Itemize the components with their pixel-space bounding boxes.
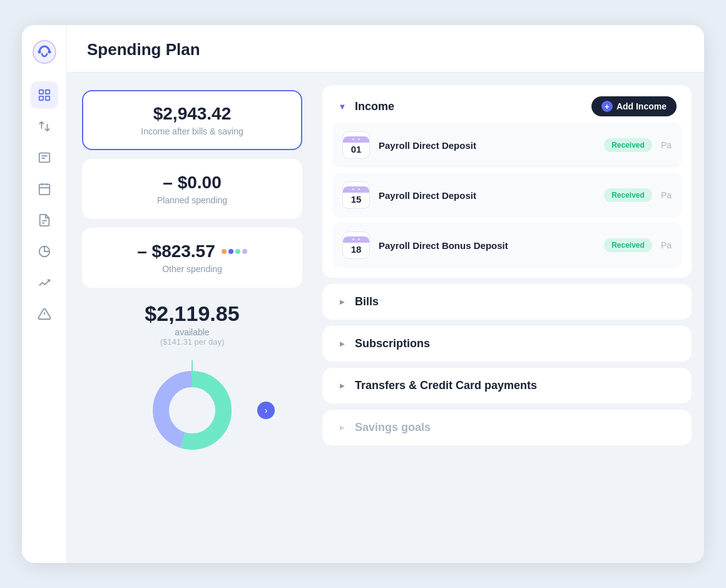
bills-section-title: Bills: [355, 295, 677, 308]
svg-rect-10: [39, 185, 49, 195]
income-item-extra: Pa: [661, 190, 672, 200]
savings-section-header[interactable]: ► Savings goals: [322, 410, 692, 445]
bills-chevron-icon: ►: [337, 297, 347, 307]
available-section: $2,119.85 available ($141.31 per day): [82, 297, 302, 347]
calendar-day-icon: 18: [342, 231, 370, 259]
calendar-day-icon: 15: [342, 181, 370, 209]
income-section-title: Income: [355, 100, 584, 113]
income-item-name: Payroll Direct Bonus Deposit: [379, 240, 595, 251]
income-after-bills-amount: $2,943.42: [98, 104, 286, 124]
main-content: Spending Plan $2,943.42 Income after bil…: [67, 25, 704, 563]
svg-point-21: [171, 389, 213, 432]
available-sub: ($141.31 per day): [82, 337, 302, 347]
income-item-day: 18: [351, 244, 362, 255]
sidebar-item-dashboard[interactable]: [31, 81, 58, 109]
arrow-badge[interactable]: ›: [257, 402, 275, 419]
income-item[interactable]: 01 Payroll Direct Deposit Received Pa: [332, 123, 682, 168]
income-item-extra: Pa: [661, 140, 672, 150]
other-spending-card: – $823.57 Other spending: [82, 228, 302, 288]
income-item-name: Payroll Direct Deposit: [379, 190, 595, 201]
bills-section-card: ► Bills: [322, 284, 692, 320]
svg-point-1: [38, 51, 41, 54]
savings-chevron-icon: ►: [337, 423, 347, 432]
sidebar-item-reports[interactable]: [31, 206, 58, 234]
svg-point-0: [33, 41, 56, 63]
income-item-day: 01: [351, 144, 362, 155]
svg-rect-6: [45, 96, 49, 100]
page-title: Spending Plan: [87, 40, 684, 59]
income-chevron-icon: ▼: [337, 102, 347, 111]
sidebar-item-trends[interactable]: [31, 269, 58, 297]
other-spending-amount: – $823.57: [137, 241, 215, 261]
available-amount: $2,119.85: [82, 302, 302, 326]
transfers-section-header[interactable]: ► Transfers & Credit Card payments: [322, 368, 692, 403]
svg-rect-4: [45, 90, 49, 94]
available-label: available: [82, 327, 302, 337]
sidebar-item-alerts[interactable]: [31, 300, 58, 328]
income-section-header[interactable]: ▼ Income + Add Income: [322, 85, 692, 123]
sidebar-item-transfers[interactable]: [31, 113, 58, 140]
svg-rect-3: [39, 90, 43, 94]
page-header: Spending Plan: [67, 25, 704, 73]
sidebar-item-calendar[interactable]: [31, 175, 58, 203]
savings-section-card: ► Savings goals: [322, 410, 692, 445]
add-income-plus-icon: +: [601, 101, 613, 112]
right-panel: ▼ Income + Add Income 01: [317, 73, 704, 563]
subscriptions-chevron-icon: ►: [337, 339, 347, 348]
app-container: Spending Plan $2,943.42 Income after bil…: [22, 25, 704, 563]
income-item-day: 15: [351, 194, 362, 205]
sidebar-navigation: [22, 81, 66, 328]
sidebar-item-spending[interactable]: [31, 238, 58, 265]
dots-icon: [222, 249, 247, 254]
body-area: $2,943.42 Income after bills & saving – …: [67, 73, 704, 563]
income-item[interactable]: 18 Payroll Direct Bonus Deposit Received…: [332, 223, 682, 268]
planned-spending-label: Planned spending: [98, 195, 286, 205]
bills-section-header[interactable]: ► Bills: [322, 284, 692, 320]
app-logo: [33, 40, 56, 64]
sidebar: [22, 25, 67, 563]
income-item-status-badge: Received: [604, 138, 652, 152]
sidebar-item-budget[interactable]: [31, 144, 58, 171]
calendar-day-icon: 01: [342, 131, 370, 159]
income-after-bills-card: $2,943.42 Income after bills & saving: [82, 90, 302, 150]
income-item[interactable]: 15 Payroll Direct Deposit Received Pa: [332, 173, 682, 218]
income-section-card: ▼ Income + Add Income 01: [322, 85, 692, 278]
subscriptions-section-card: ► Subscriptions: [322, 326, 692, 362]
transfers-chevron-icon: ►: [337, 381, 347, 390]
donut-chart-area: ›: [82, 360, 302, 460]
income-item-name: Payroll Direct Deposit: [379, 140, 595, 151]
transfers-section-title: Transfers & Credit Card payments: [355, 379, 677, 392]
planned-spending-amount: – $0.00: [98, 173, 286, 193]
left-panel: $2,943.42 Income after bills & saving – …: [67, 73, 317, 563]
savings-section-title: Savings goals: [355, 421, 677, 434]
svg-rect-5: [39, 96, 43, 100]
income-item-extra: Pa: [661, 240, 672, 250]
transfers-section-card: ► Transfers & Credit Card payments: [322, 368, 692, 403]
donut-line: [192, 360, 193, 380]
other-spending-label: Other spending: [98, 264, 286, 274]
income-after-bills-label: Income after bills & saving: [98, 126, 286, 136]
add-income-label: Add Income: [616, 101, 667, 111]
income-items-list: 01 Payroll Direct Deposit Received Pa 15: [322, 123, 692, 278]
income-item-status-badge: Received: [604, 188, 652, 202]
subscriptions-section-header[interactable]: ► Subscriptions: [322, 326, 692, 362]
add-income-button[interactable]: + Add Income: [591, 96, 677, 116]
income-item-status-badge: Received: [604, 238, 652, 252]
planned-spending-card: – $0.00 Planned spending: [82, 159, 302, 219]
svg-point-2: [48, 51, 51, 54]
subscriptions-section-title: Subscriptions: [355, 337, 677, 350]
